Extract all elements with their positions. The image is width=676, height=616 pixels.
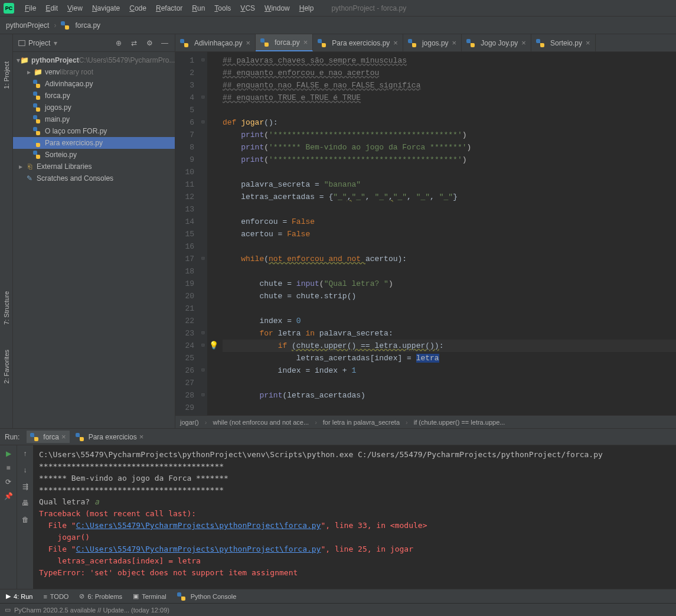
breadcrumb-item[interactable]: for letra in palavra_secreta bbox=[323, 419, 400, 426]
status-bar: ▭ PyCharm 2020.2.5 available // Update..… bbox=[0, 603, 676, 616]
menu-refactor[interactable]: Refactor bbox=[151, 2, 187, 15]
menu-window[interactable]: Window bbox=[260, 2, 295, 15]
chevron-down-icon[interactable]: ▾ bbox=[54, 39, 57, 47]
menu-tools[interactable]: Tools bbox=[210, 2, 236, 15]
editor-tab-Sorteio-py[interactable]: Sorteio.py× bbox=[531, 34, 596, 51]
breadcrumb-item[interactable]: if (chute.upper() == letra.uppe... bbox=[414, 419, 505, 426]
close-icon[interactable]: × bbox=[452, 38, 457, 47]
editor-tab-Jogo-Joy-py[interactable]: Jogo Joy.py× bbox=[462, 34, 531, 51]
menu-run[interactable]: Run bbox=[187, 2, 210, 15]
tab-python-console[interactable]: Python Console bbox=[177, 592, 237, 601]
project-tree[interactable]: ▾📁pythonProject C:\Users\55479\PycharmPr… bbox=[13, 52, 175, 428]
editor-breadcrumb[interactable]: jogar()›while (not enforcou and not ace.… bbox=[175, 415, 676, 428]
tree-file-main-py[interactable]: main.py bbox=[13, 113, 175, 125]
print-icon[interactable]: 🖶 bbox=[19, 497, 31, 509]
hide-icon[interactable]: — bbox=[159, 38, 170, 48]
code-body[interactable]: ## palavras chaves são sempre minusculas… bbox=[220, 52, 676, 415]
intention-gutter[interactable]: 💡 bbox=[207, 52, 220, 415]
editor-tab-Para-exercicios-py[interactable]: Para exercicios.py× bbox=[313, 34, 403, 51]
run-tab-Para-exercicios[interactable]: Para exercicios × bbox=[72, 431, 148, 443]
sidebar-title: Project bbox=[28, 39, 50, 47]
tree-root[interactable]: ▾📁pythonProject C:\Users\55479\PycharmPr… bbox=[13, 54, 175, 66]
nav-file[interactable]: forca.py bbox=[75, 21, 100, 30]
tree-file-Adivinha-ao-py[interactable]: Adivinhaçao.py bbox=[13, 78, 175, 90]
run-left-tools: ▶ ■ ⟳ 📌 bbox=[0, 445, 17, 589]
svg-rect-0 bbox=[19, 40, 25, 45]
run-tabs: forca ×Para exercicios × bbox=[27, 431, 147, 443]
code-editor[interactable]: 1234567891011121314151617181920212223242… bbox=[175, 52, 676, 415]
menu-container: FileEditViewNavigateCodeRefactorRunTools… bbox=[20, 2, 318, 15]
tree-file-jogos-py[interactable]: jogos.py bbox=[13, 102, 175, 113]
menu-help[interactable]: Help bbox=[295, 2, 319, 15]
fold-gutter[interactable]: ⊟ ⊟ ⊟ ⊟ ⊟⊟ ⊟ ⊟ bbox=[199, 52, 207, 415]
menu-vcs[interactable]: VCS bbox=[236, 2, 260, 15]
app-logo: PC bbox=[4, 3, 14, 14]
console-output[interactable]: C:\Users\55479\PycharmProjects\pythonPro… bbox=[33, 445, 676, 589]
menu-edit[interactable]: Edit bbox=[41, 2, 63, 15]
tool-tab-favorites[interactable]: 2: Favorites bbox=[2, 346, 11, 387]
close-icon[interactable]: × bbox=[521, 38, 526, 47]
close-icon[interactable]: × bbox=[586, 38, 590, 47]
tab-problems[interactable]: ⊘ 6: Problems bbox=[79, 592, 122, 600]
up-arrow-icon[interactable]: ↑ bbox=[19, 448, 31, 459]
editor-area: Adivinhaçao.py×forca.py×Para exercicios.… bbox=[175, 34, 676, 428]
tab-terminal[interactable]: ▣ Terminal bbox=[133, 592, 166, 600]
expand-icon[interactable]: ⇄ bbox=[129, 38, 139, 48]
main-area: 1: Project 7: Structure 2: Favorites Pro… bbox=[0, 34, 676, 428]
tool-tab-structure[interactable]: 7: Structure bbox=[2, 288, 11, 328]
down-arrow-icon[interactable]: ↓ bbox=[19, 464, 31, 476]
locate-icon[interactable]: ⊕ bbox=[113, 38, 124, 48]
menu-file[interactable]: File bbox=[20, 2, 41, 15]
python-file-icon bbox=[180, 39, 188, 47]
breadcrumb-item[interactable]: while (not enforcou and not ace... bbox=[213, 419, 309, 426]
pin-icon[interactable]: 📌 bbox=[2, 490, 14, 502]
stop-icon[interactable]: ■ bbox=[2, 462, 14, 474]
editor-tabs: Adivinhaçao.py×forca.py×Para exercicios.… bbox=[175, 34, 676, 52]
python-file-icon bbox=[466, 39, 475, 47]
python-file-icon bbox=[318, 39, 326, 47]
chevron-right-icon: › bbox=[54, 21, 56, 30]
close-icon[interactable]: × bbox=[139, 432, 144, 441]
tree-file-Sorteio-py[interactable]: Sorteio.py bbox=[13, 149, 175, 161]
gear-icon[interactable]: ⚙ bbox=[144, 38, 155, 48]
project-sidebar: Project ▾ ⊕ ⇄ ⚙ — ▾📁pythonProject C:\Use… bbox=[13, 34, 175, 428]
close-icon[interactable]: × bbox=[393, 38, 398, 47]
tool-tab-project[interactable]: 1: Project bbox=[2, 58, 11, 92]
python-file-icon bbox=[536, 39, 544, 47]
editor-tab-Adivinha-ao-py[interactable]: Adivinhaçao.py× bbox=[175, 34, 256, 51]
window-title: pythonProject - forca.py bbox=[331, 4, 406, 12]
line-numbers: 1234567891011121314151617181920212223242… bbox=[175, 52, 199, 415]
run-label: Run: bbox=[5, 433, 19, 441]
menu-navigate[interactable]: Navigate bbox=[87, 2, 125, 15]
tree-file-Para-exercicios-py[interactable]: Para exercicios.py bbox=[13, 137, 175, 149]
close-icon[interactable]: × bbox=[303, 38, 308, 47]
rerun-icon[interactable]: ⟳ bbox=[2, 476, 14, 488]
run-icon[interactable]: ▶ bbox=[2, 448, 14, 459]
run-toolwindow: Run: forca ×Para exercicios × ▶ ■ ⟳ 📌 ↑ … bbox=[0, 428, 676, 589]
nav-project[interactable]: pythonProject bbox=[6, 21, 49, 30]
tree-scratches[interactable]: ✎Scratches and Consoles bbox=[13, 172, 175, 184]
editor-tab-jogos-py[interactable]: jogos.py× bbox=[403, 34, 462, 51]
close-icon[interactable]: × bbox=[61, 432, 66, 441]
tree-venv[interactable]: ▸📁venv library root bbox=[13, 66, 175, 78]
breadcrumb-item[interactable]: jogar() bbox=[180, 419, 199, 426]
wrap-icon[interactable]: ⇶ bbox=[19, 481, 31, 493]
nav-breadcrumb: pythonProject › forca.py bbox=[0, 17, 676, 34]
trash-icon[interactable]: 🗑 bbox=[19, 514, 31, 526]
tree-external-libraries[interactable]: ▸⎗External Libraries bbox=[13, 161, 175, 172]
tree-file-forca-py[interactable]: forca.py bbox=[13, 90, 175, 102]
run-tab-forca[interactable]: forca × bbox=[27, 431, 69, 443]
run-tabs-bar: Run: forca ×Para exercicios × bbox=[0, 429, 676, 445]
tab-todo[interactable]: ≡ TODO bbox=[43, 593, 68, 600]
main-menubar: PC FileEditViewNavigateCodeRefactorRunTo… bbox=[0, 0, 676, 17]
menu-view[interactable]: View bbox=[63, 2, 87, 15]
sidebar-header: Project ▾ ⊕ ⇄ ⚙ — bbox=[13, 34, 175, 52]
run-left-tools-2: ↑ ↓ ⇶ 🖶 🗑 bbox=[17, 445, 33, 589]
menu-code[interactable]: Code bbox=[125, 2, 151, 15]
close-icon[interactable]: × bbox=[246, 38, 250, 47]
tab-run[interactable]: ▶ 4: Run bbox=[6, 592, 32, 600]
tree-file-O-la-o-com-FOR-py[interactable]: O laço com FOR.py bbox=[13, 125, 175, 137]
status-message[interactable]: PyCharm 2020.2.5 available // Update... … bbox=[14, 607, 169, 614]
status-icon: ▭ bbox=[5, 606, 11, 614]
editor-tab-forca-py[interactable]: forca.py× bbox=[256, 34, 313, 51]
